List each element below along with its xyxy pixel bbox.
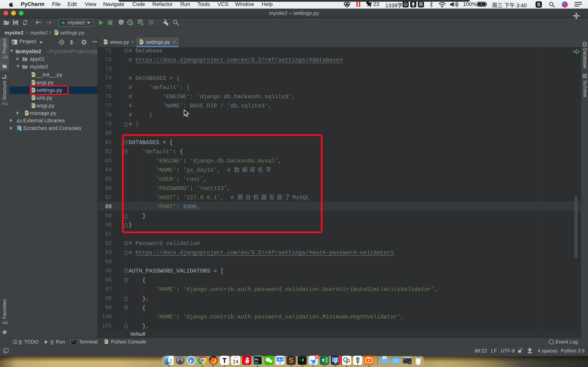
svg-text:24: 24 bbox=[233, 359, 239, 365]
svg-text:%>_: %>_ bbox=[404, 359, 407, 360]
svg-text:11月: 11月 bbox=[234, 356, 238, 359]
svg-text:S: S bbox=[409, 361, 411, 364]
svg-text:PC: PC bbox=[255, 358, 259, 361]
svg-text:S: S bbox=[289, 357, 294, 364]
svg-text:$ █: $ █ bbox=[299, 359, 304, 361]
